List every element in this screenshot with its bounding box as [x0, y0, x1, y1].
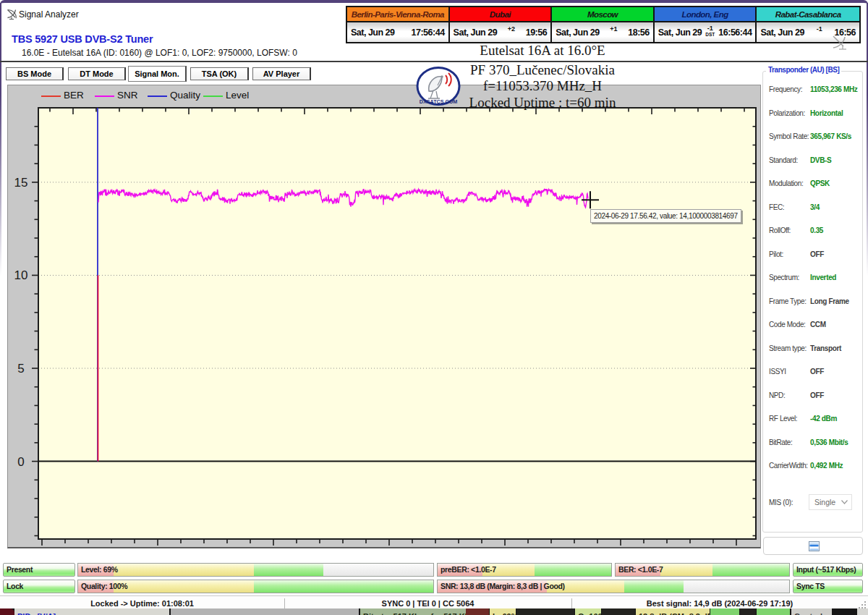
world-clocks-table: Berlin-Paris-Vienna-RomaSat, Jun 2917:56…	[346, 6, 861, 43]
satellite-watermark-icon	[830, 35, 849, 51]
tp-label-bitrate-: BitRate:	[769, 438, 792, 446]
clock-city-name: London, Eng	[655, 7, 756, 22]
background-fragment-4	[466, 608, 489, 615]
stream-list-icon	[809, 541, 820, 551]
bar-label: Level: 69%	[81, 564, 118, 576]
clock-utc-offset: +1	[600, 26, 629, 32]
tp-value-rf-level-: -42 dBm	[810, 415, 837, 423]
tp-value-polarization-: Horizontal	[810, 109, 843, 117]
bar-zone-green	[712, 564, 789, 576]
station-line: PF 370_Lučenec/Slovakia	[347, 62, 738, 78]
bar-label: preBER: <1.0E-7	[441, 564, 496, 576]
tp-label-code-mode-: Code Mode:	[769, 321, 805, 328]
clock-london-eng: London, EngSat, Jun 29-1DST16:56:44	[655, 7, 757, 42]
tp-label-issyi: ISSYI	[769, 368, 786, 376]
tab-dt-mode[interactable]: DT Mode	[68, 67, 126, 80]
tuner-title: TBS 5927 USB DVB-S2 Tuner	[12, 33, 153, 45]
svg-text:10: 10	[14, 268, 28, 282]
tp-value-code-mode-: CCM	[810, 321, 826, 328]
svg-text:5: 5	[17, 362, 24, 376]
clock-utc-offset: -1DST	[702, 25, 718, 37]
clock-time: Sat, Jun 2917:56:44	[347, 22, 448, 42]
transponder-title: Transponder (AU) [BS]	[766, 66, 841, 74]
bar-ber: BER: <1.0E-7	[615, 563, 790, 577]
tp-value-bitrate-: 0,536 Mbit/s	[810, 438, 848, 446]
clock-utc-offset: -1	[804, 26, 835, 32]
tp-value-carrierwidth-: 0,492 MHz	[810, 462, 843, 470]
mis-label: MIS (0):	[769, 499, 793, 506]
tp-value-npd-: OFF	[810, 391, 824, 399]
clock-date: Sat, Jun 29	[556, 27, 600, 38]
background-fragment-13: Control	[791, 608, 832, 615]
bar-zone-green	[254, 580, 433, 593]
signal-chart[interactable]: 051015	[8, 85, 760, 547]
bar-label: BER: <1.0E-7	[618, 564, 663, 576]
tp-value-symbol-rate-: 365,967 KS/s	[810, 132, 851, 140]
statusbar-divider	[284, 598, 285, 609]
tp-label-pilot-: Pilot:	[769, 250, 783, 258]
uptime-line: Locked Uptime : t=60 min	[347, 95, 738, 111]
clock-city-name: Moscow	[552, 7, 653, 22]
background-fragment-11	[740, 608, 756, 615]
tp-label-symbol-rate-: Symbol Rate:	[769, 132, 809, 140]
clock-hms: 18:56	[628, 27, 649, 38]
bar-zone-yellow	[114, 580, 254, 593]
chevron-down-icon	[841, 500, 848, 504]
frequency-line: f=11053.370 MHz_H	[347, 78, 738, 94]
satellite-dish-icon	[6, 8, 18, 20]
clock-moscow: MoscowSat, Jun 29+118:56	[552, 7, 655, 42]
tp-label-rolloff-: RollOff:	[769, 226, 791, 234]
tab-signal-mon-[interactable]: Signal Mon.	[128, 66, 187, 82]
bar-zone-green	[624, 580, 684, 593]
clock-date: Sat, Jun 29	[351, 27, 395, 38]
mis-dropdown[interactable]: Single	[809, 494, 852, 510]
clock-date: Sat, Jun 29	[454, 27, 498, 38]
tp-value-standard-: DVB-S	[810, 156, 831, 164]
clock-hms: 19:56	[526, 27, 547, 38]
tab-tsa-ok-[interactable]: TSA (OK)	[190, 67, 249, 80]
signal-analyzer-window: Signal Analyzer Berlin-Paris-Vienna-Roma…	[0, 0, 868, 608]
bar-label: SNR: 13,8 dB (Margin: 8,3 dB | Good)	[441, 580, 565, 593]
tp-value-frequency-: 11053,236 MHz	[810, 85, 858, 93]
background-fragment-6	[516, 608, 574, 615]
tp-value-pilot-: OFF	[810, 250, 824, 258]
background-fragment-9: 13,8 dB (CM: 8,3 dB | Good)	[636, 608, 710, 615]
satellite-name-line: Eutelsat 16A at 16.0°E	[347, 43, 738, 59]
indicator-input-517-kbps-: Input (~517 Kbps)	[793, 563, 863, 577]
tp-label-rf-level-: RF Level:	[769, 415, 797, 423]
tp-value-rolloff-: 0.35	[810, 226, 823, 234]
clock-dubai: DubaiSat, Jun 29+219:56	[450, 7, 553, 42]
tp-label-modulation-: Modulation:	[769, 179, 803, 187]
tp-value-frame-type-: Long Frame	[810, 297, 849, 305]
tab-av-player[interactable]: AV Player	[252, 67, 311, 80]
chart-panel: BERSNRQualityLevel 051015	[7, 85, 761, 548]
clock-hms: 17:56:44	[412, 27, 445, 38]
clock-berlin-paris-vienna-roma: Berlin-Paris-Vienna-RomaSat, Jun 2917:56…	[347, 7, 450, 42]
clock-utc-offset: +2	[497, 26, 526, 32]
stream-info-button[interactable]	[763, 537, 863, 555]
clock-time: Sat, Jun 29-1DST16:56:44	[655, 22, 756, 42]
bar-zone-yellow	[114, 564, 254, 576]
background-fragment-2	[171, 608, 359, 615]
tp-value-modulation-: QPSK	[810, 179, 830, 187]
tp-value-stream-type-: Transport	[810, 344, 841, 352]
dxsatcs-logo: DXSATCS.COM	[416, 67, 461, 107]
background-fragment-3: Bitrate: 517 Kbps for 517 Kbps	[360, 608, 466, 615]
bar-zone-green	[535, 564, 611, 576]
background-fragment-14	[833, 608, 857, 615]
window-title: Signal Analyzer	[19, 9, 79, 20]
lnb-settings-line: 16.0E - Eutelsat 16A (ID: 0160) @ LOF1: …	[22, 48, 297, 58]
clock-city-name: Berlin-Paris-Vienna-Roma	[347, 7, 448, 22]
tp-label-carrierwidth-: CarrierWidth:	[769, 462, 808, 470]
tp-value-fec-: 3/4	[810, 203, 820, 211]
bar-level: Level: 69%	[77, 563, 434, 577]
indicator-lock: Lock	[3, 580, 75, 593]
clock-city-name: Dubai	[450, 7, 551, 22]
tp-label-npd-: NPD:	[769, 391, 785, 399]
svg-text:15: 15	[14, 176, 28, 190]
clock-date: Sat, Jun 29	[658, 27, 702, 38]
tab-bs-mode[interactable]: BS Mode	[6, 67, 64, 80]
tp-value-issyi: OFF	[810, 368, 824, 376]
background-fragment-8	[602, 608, 635, 615]
background-fragment-0	[0, 608, 14, 615]
